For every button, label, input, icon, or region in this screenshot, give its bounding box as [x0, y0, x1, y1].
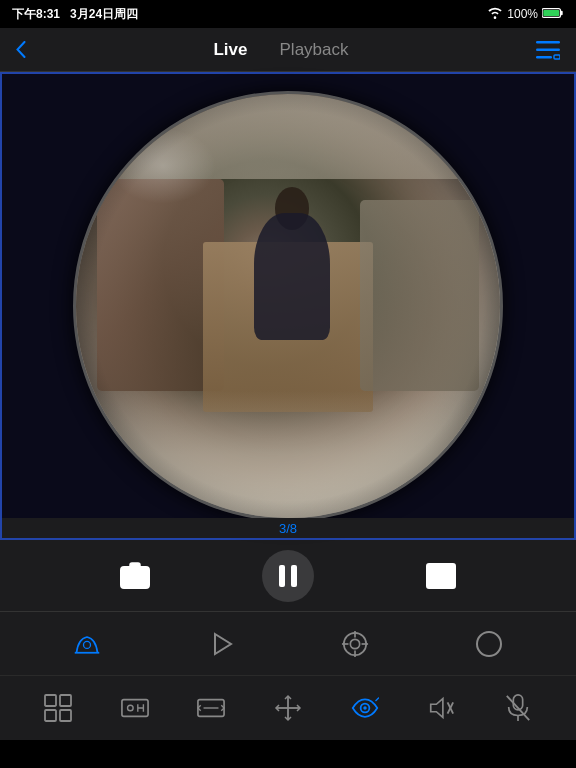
pause-button[interactable]	[262, 550, 314, 602]
eye-button[interactable]	[345, 688, 385, 728]
svg-rect-12	[279, 565, 285, 587]
desk-right	[360, 200, 479, 391]
ceiling	[76, 94, 500, 179]
battery-text: 100%	[507, 7, 538, 21]
svg-rect-1	[561, 10, 563, 14]
fisheye-view	[73, 91, 503, 521]
play-mode-button[interactable]	[201, 624, 241, 664]
page-indicator: 3/8	[2, 518, 574, 538]
nav-tabs: Live Playback	[197, 40, 364, 60]
pan-button[interactable]	[268, 688, 308, 728]
nav-menu-button[interactable]	[536, 40, 560, 60]
svg-line-40	[375, 698, 379, 702]
svg-point-39	[363, 706, 367, 710]
svg-point-19	[84, 641, 91, 648]
battery-icon	[542, 7, 564, 22]
window-button[interactable]	[417, 552, 465, 600]
floor	[76, 391, 500, 518]
svg-point-33	[127, 705, 133, 711]
svg-point-11	[143, 569, 146, 572]
tab-playback[interactable]: Playback	[264, 40, 365, 60]
wifi-icon	[487, 7, 503, 22]
svg-rect-13	[291, 565, 297, 587]
fisheye-button[interactable]	[67, 624, 107, 664]
svg-rect-10	[130, 563, 140, 568]
circle-button[interactable]	[469, 624, 509, 664]
svg-rect-32	[122, 700, 148, 717]
ptz-button[interactable]	[335, 624, 375, 664]
secondary-controls	[0, 612, 576, 676]
primary-controls	[0, 540, 576, 612]
svg-rect-2	[543, 9, 559, 15]
tertiary-controls	[0, 676, 576, 740]
svg-rect-31	[60, 710, 71, 721]
svg-rect-4	[536, 48, 560, 51]
camera-feed: 3/8	[0, 72, 576, 540]
tab-live[interactable]: Live	[197, 40, 263, 60]
status-bar: 下午8:31 3月24日周四 100%	[0, 0, 576, 28]
svg-rect-5	[536, 56, 552, 59]
svg-point-17	[434, 566, 437, 569]
svg-rect-6	[554, 55, 560, 59]
person	[254, 213, 330, 340]
svg-rect-30	[45, 710, 56, 721]
status-time: 下午8:31 3月24日周四	[12, 6, 138, 23]
nav-bar: Live Playback	[0, 28, 576, 72]
back-button[interactable]	[16, 41, 26, 58]
stretch-button[interactable]	[191, 688, 231, 728]
quality-button[interactable]	[115, 688, 155, 728]
svg-point-16	[429, 566, 432, 569]
svg-point-22	[350, 639, 359, 648]
snapshot-button[interactable]	[111, 552, 159, 600]
mic-button[interactable]	[498, 688, 538, 728]
svg-marker-20	[215, 634, 231, 654]
svg-point-8	[128, 570, 142, 584]
status-indicators: 100%	[487, 7, 564, 22]
grid-button[interactable]	[38, 688, 78, 728]
svg-rect-3	[536, 41, 560, 44]
svg-rect-28	[45, 695, 56, 706]
svg-marker-41	[431, 699, 443, 718]
svg-point-27	[477, 632, 501, 656]
svg-rect-29	[60, 695, 71, 706]
office-scene	[76, 94, 500, 518]
mute-button[interactable]	[421, 688, 461, 728]
